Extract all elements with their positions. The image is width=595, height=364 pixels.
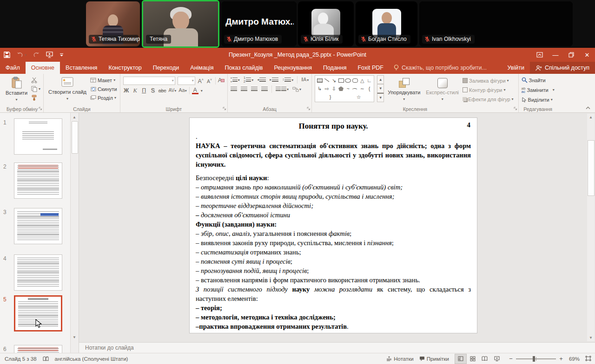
reset-button[interactable]: Скинути — [90, 85, 117, 92]
shape-outline-button[interactable]: Контур фігури▾ — [463, 86, 514, 93]
notes-toggle[interactable]: Нотатки — [386, 356, 413, 362]
shape-effects-button[interactable]: Ефекти для фігур▾ — [463, 96, 514, 103]
sign-in-button[interactable]: Увійти — [502, 62, 530, 74]
slide-thumbnail[interactable] — [14, 254, 62, 291]
save-button[interactable] — [4, 52, 10, 58]
decrease-font-button[interactable]: A˅ — [206, 76, 213, 85]
align-right-button[interactable] — [251, 87, 258, 92]
shapes-scroll-up[interactable]: ▲ — [377, 75, 384, 84]
view-reading-button[interactable] — [479, 354, 491, 364]
panel-scrollbar[interactable]: ▲ ▼ — [70, 113, 79, 353]
zoom-slider[interactable] — [516, 356, 556, 362]
align-center-button[interactable] — [241, 87, 247, 92]
ribbon-tab[interactable]: Вставлення — [60, 62, 103, 74]
section-button[interactable]: Розділ▾ — [90, 94, 117, 101]
tell-me-box[interactable]: Скажіть, що потрібно зробити... — [389, 62, 491, 74]
ribbon-tab[interactable]: Подання — [317, 62, 352, 74]
tab-file[interactable]: Файл — [0, 62, 26, 74]
share-button[interactable]: Спільний доступ — [530, 62, 595, 74]
notes-pane[interactable]: Нотатки до слайда — [79, 342, 595, 353]
new-slide-button[interactable]: Створити слайд▾ — [46, 75, 88, 103]
participant-tile[interactable]: Юлія Білик — [298, 1, 354, 46]
zoom-in-button[interactable]: + — [559, 355, 563, 362]
ribbon-tab[interactable]: Переходи — [147, 62, 185, 74]
ribbon-display-options-button[interactable] — [532, 48, 548, 62]
drawing-dialog-launcher[interactable] — [514, 106, 517, 111]
find-button[interactable]: Знайти — [522, 77, 555, 84]
font-dialog-launcher[interactable] — [223, 106, 226, 111]
replace-button[interactable]: abacЗамінити▾ — [522, 86, 555, 93]
view-slide-sorter-button[interactable] — [467, 354, 479, 364]
ribbon-tab[interactable]: Foxit PDF — [352, 62, 389, 74]
redo-button[interactable] — [33, 52, 40, 58]
text-shadow-button[interactable]: S — [150, 87, 156, 94]
ribbon-tab[interactable]: Рецензування — [268, 62, 317, 74]
quick-styles-button[interactable]: Експрес-стилі▾ — [424, 75, 461, 104]
character-spacing-button[interactable]: AV▾ — [169, 87, 177, 94]
change-case-button[interactable]: Aa▾ — [178, 87, 186, 94]
select-button[interactable]: Виділити▾ — [522, 96, 555, 103]
zoom-level[interactable]: 69% — [569, 356, 580, 362]
paragraph-dialog-launcher[interactable] — [307, 106, 311, 111]
font-color-button[interactable]: A — [192, 87, 198, 94]
language-indicator[interactable]: англійська (Сполучені Штати) — [55, 356, 128, 362]
shapes-scroll-down[interactable]: ▼ — [377, 84, 384, 93]
collapse-ribbon-button[interactable] — [586, 105, 590, 110]
paste-button[interactable]: Вставити▾ — [4, 75, 29, 104]
bullets-button[interactable]: ••▾ — [231, 76, 240, 84]
participant-tile[interactable]: Дмитро Матюх...Дмитро Матюхов — [221, 1, 297, 46]
font-size-combo[interactable]: ▾ — [178, 77, 195, 85]
cut-button[interactable] — [31, 77, 40, 84]
slide-canvas[interactable]: Поняття про науку. 4 .НАУКА – теоретична… — [189, 117, 477, 333]
participant-tile[interactable]: Ivan Olkhovskyi — [419, 1, 573, 46]
fit-slide-button[interactable] — [585, 356, 591, 362]
slide-thumbnail[interactable] — [14, 118, 62, 155]
decrease-indent-button[interactable]: ◂ — [257, 78, 266, 83]
comments-toggle[interactable]: Примітки — [419, 356, 449, 362]
increase-font-button[interactable]: A˄ — [198, 76, 204, 85]
zoom-out-button[interactable]: − — [509, 355, 513, 362]
participant-tile[interactable]: Тетяна — [142, 0, 219, 48]
underline-button[interactable]: П — [141, 87, 147, 94]
clear-formatting-button[interactable]: A — [218, 77, 225, 84]
strikethrough-button[interactable]: abc — [159, 87, 166, 94]
increase-indent-button[interactable]: ▸ — [270, 78, 278, 83]
clipboard-dialog-launcher[interactable] — [39, 106, 42, 111]
minimize-button[interactable]: — — [548, 48, 563, 62]
view-normal-button[interactable] — [455, 354, 467, 364]
numbering-button[interactable]: 12▾ — [244, 76, 253, 84]
slide-thumbnail[interactable] — [14, 208, 62, 244]
participant-tile[interactable]: Тетяна Тихомирова — [86, 1, 140, 46]
shapes-gallery[interactable]: ↘ △ ∟ ↳ ⇨ ⇩ ~ ( ∼ { } ☆ — [315, 75, 374, 102]
view-slideshow-button[interactable] — [491, 354, 503, 364]
customize-qat-button[interactable] — [60, 53, 64, 57]
format-painter-button[interactable] — [31, 94, 40, 101]
shape-fill-button[interactable]: Заливка фігури▾ — [463, 77, 514, 84]
shapes-more[interactable]: ▼ — [377, 93, 384, 102]
close-button[interactable]: ✕ — [579, 48, 595, 62]
justify-button[interactable] — [261, 87, 268, 92]
undo-button[interactable]: ▾ — [17, 52, 26, 58]
spelling-button[interactable] — [43, 356, 49, 362]
editor-scrollbar[interactable]: ▲ ▼ — [587, 114, 595, 341]
text-direction-button[interactable]: ‖A▾ — [301, 78, 309, 82]
columns-button[interactable]: ▾ — [276, 87, 289, 92]
start-slideshow-button[interactable] — [46, 52, 53, 58]
ribbon-tab[interactable]: Основне — [26, 62, 60, 74]
font-name-combo[interactable]: ▾ — [123, 77, 175, 85]
ribbon-tab[interactable]: Показ слайдів — [219, 62, 269, 74]
copy-button[interactable]: ▾ — [31, 85, 40, 92]
italic-button[interactable]: К — [132, 87, 139, 94]
slide-thumbnail[interactable] — [14, 162, 62, 199]
convert-smartart-button[interactable]: ▾ — [292, 87, 301, 92]
ribbon-tab[interactable]: Конструктор — [103, 62, 147, 74]
arrange-button[interactable]: Упорядкувати▾ — [386, 75, 422, 104]
layout-button[interactable]: Макет▾ — [90, 77, 117, 84]
bold-button[interactable]: Ж — [123, 87, 130, 94]
ribbon-tab[interactable]: Анімація — [185, 62, 219, 74]
restore-button[interactable] — [563, 48, 579, 62]
participant-tile[interactable]: Богдан Стисло — [356, 1, 417, 46]
slide-thumbnail[interactable] — [14, 345, 62, 353]
align-left-button[interactable] — [231, 87, 237, 92]
line-spacing-button[interactable]: ↕▾ — [282, 78, 293, 83]
